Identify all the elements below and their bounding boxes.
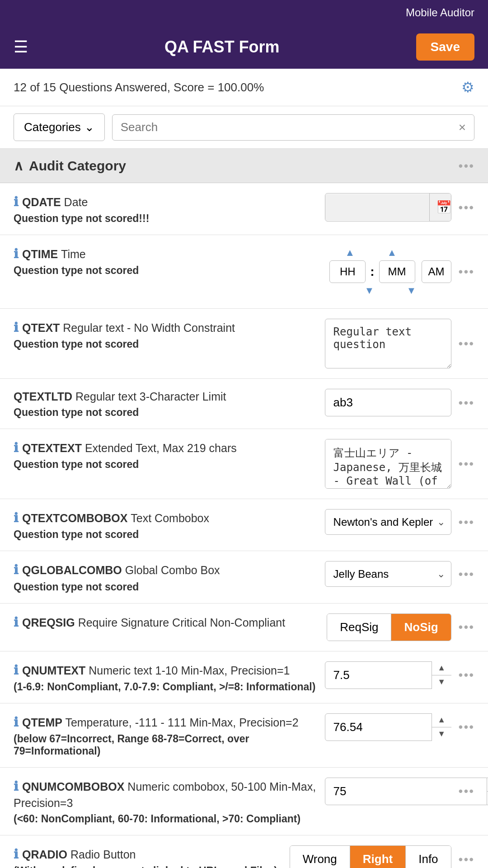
questions-container: ℹQDATE DateQuestion type not scored!!!📅•… [0,183,488,868]
question-sublabel: Question type not scored [14,338,318,350]
info-icon[interactable]: ℹ [14,441,19,455]
info-icon[interactable]: ℹ [14,663,19,677]
question-dots-menu[interactable]: ••• [459,784,474,798]
calendar-icon[interactable]: 📅 [429,193,451,221]
collapse-icon[interactable]: ∧ [14,158,23,174]
number-input-wrapper: ▲▼ [325,661,451,689]
time-hh-input[interactable] [329,260,366,283]
categories-label: Categories [24,120,81,134]
question-sublabel: Question type not scored [14,406,318,419]
time-hh-down[interactable]: ▼ [356,283,382,298]
button-group: ReqSigNoSig [327,613,451,641]
info-icon[interactable]: ℹ [14,563,19,577]
gear-icon[interactable]: ⚙ [461,79,474,96]
hamburger-icon[interactable]: ☰ [14,39,28,55]
button-group-item-wrong[interactable]: Wrong [290,846,350,868]
question-row: ℹQRADIO Radio Button(With predefined com… [0,835,488,868]
date-input-wrapper: 📅 [325,193,451,222]
time-ampm-button[interactable]: AM [422,260,451,283]
time-mm-input[interactable] [379,260,415,283]
question-dots-menu[interactable]: ••• [459,620,474,634]
info-icon[interactable]: ℹ [14,615,19,629]
button-group-item-nosig[interactable]: NoSig [391,614,450,641]
question-right: Newton's and Kepler's LawsOption 2Option… [325,509,474,535]
number-spinners: ▲▼ [432,661,451,689]
question-label: ℹQRADIO Radio Button [14,845,282,863]
question-label: ℹQTIME Time [14,245,322,263]
question-label: ℹQNUMCOMBOBOX Numeric combobox, 50-100 M… [14,778,318,811]
number-spin-up[interactable]: ▲ [432,713,451,727]
time-mm-down[interactable]: ▼ [399,283,425,298]
info-icon[interactable]: ℹ [14,511,19,525]
question-dots-menu[interactable]: ••• [459,457,474,471]
info-icon[interactable]: ℹ [14,247,19,261]
button-group: WrongRightInfo [290,845,451,868]
question-row: ℹQTEXTCOMBOBOX Text ComboboxQuestion typ… [0,499,488,551]
number-spin-down[interactable]: ▼ [432,727,451,741]
number-spin-up[interactable]: ▲ [432,661,451,675]
select-input[interactable]: Newton's and Kepler's LawsOption 2Option… [325,509,451,535]
question-row: ℹQNUMCOMBOBOX Numeric combobox, 50-100 M… [0,768,488,835]
question-right: ReqSigNoSig••• [327,613,474,641]
question-label: QTEXTLTD Regular text 3-Character Limit [14,389,318,405]
question-sublabel: Question type not scored [14,264,322,277]
question-dots-menu[interactable]: ••• [459,567,474,581]
question-dots-menu[interactable]: ••• [459,720,474,734]
info-icon[interactable]: ℹ [14,715,19,729]
question-row: ℹQNUMTEXT Numeric text 1-10 Min-Max, Pre… [0,651,488,703]
question-sublabel: Question type not scored [14,458,318,471]
question-label: ℹQTEXTEXT Extended Text, Max 219 chars [14,439,318,457]
search-clear-button[interactable]: × [459,120,466,135]
question-dots-menu[interactable]: ••• [459,264,474,279]
time-up-row: ▲ ▲ [337,245,444,260]
time-down-row: ▼ ▼ [356,283,424,298]
select-input[interactable]: Jelly BeansOption 2Option 3 [325,561,451,587]
search-input[interactable] [121,120,459,134]
question-label: ℹQTEMP Temperature, -111 - 111 Min-Max, … [14,713,318,731]
question-left: ℹQRADIO Radio Button(With predefined com… [14,845,282,868]
question-sublabel: (With predefined comments linked to URLs… [14,865,282,868]
question-row: ℹQGLOBALCOMBO Global Combo BoxQuestion t… [0,551,488,603]
question-sublabel: (below 67=Incorrect, Range 68-78=Correct… [14,733,318,757]
button-group-item-right[interactable]: Right [350,846,406,868]
question-row: ℹQTEXTEXT Extended Text, Max 219 charsQu… [0,429,488,499]
question-dots-menu[interactable]: ••• [459,515,474,529]
button-group-item-reqsig[interactable]: ReqSig [327,614,391,641]
textarea-input[interactable] [325,439,451,489]
question-row: ℹQTIME TimeQuestion type not scored▲ ▲:A… [0,235,488,309]
category-dots-menu[interactable]: ••• [459,159,474,173]
question-right: ••• [325,439,474,489]
category-title: ∧ Audit Category [14,158,126,174]
save-button[interactable]: Save [416,33,474,61]
question-right: Jelly BeansOption 2Option 3⌄••• [325,561,474,587]
info-icon[interactable]: ℹ [14,321,19,335]
top-bar: Mobile Auditor [0,0,488,25]
number-spinners: ▲▼ [432,713,451,741]
textarea-input[interactable] [325,319,451,368]
numcombo-wrapper: ▲▼⌄ [325,778,451,805]
header: ☰ QA FAST Form Save [0,25,488,69]
time-hh-up[interactable]: ▲ [337,245,363,260]
question-dots-menu[interactable]: ••• [459,852,474,867]
question-label: ℹQNUMTEXT Numeric text 1-10 Min-Max, Pre… [14,661,318,679]
text-input[interactable] [325,389,451,416]
question-right: ▲ ▲:AM▼ ▼••• [329,245,474,298]
question-dots-menu[interactable]: ••• [459,200,474,215]
info-icon[interactable]: ℹ [14,195,19,209]
info-icon[interactable]: ℹ [14,779,19,793]
question-sublabel: Question type not scored [14,581,318,593]
question-sublabel: (<60: NonCompliant, 60-70: Informational… [14,813,318,825]
date-input[interactable] [325,194,429,221]
question-dots-menu[interactable]: ••• [459,668,474,682]
time-mm-up[interactable]: ▲ [379,245,405,260]
button-group-item-info[interactable]: Info [406,846,450,868]
number-spin-down[interactable]: ▼ [432,675,451,689]
question-dots-menu[interactable]: ••• [459,396,474,410]
question-dots-menu[interactable]: ••• [459,336,474,351]
question-left: ℹQTEMP Temperature, -111 - 111 Min-Max, … [14,713,318,757]
categories-button[interactable]: Categories ⌄ [14,113,105,141]
select-wrapper: Jelly BeansOption 2Option 3⌄ [325,561,451,587]
question-left: ℹQTEXTEXT Extended Text, Max 219 charsQu… [14,439,318,471]
info-icon[interactable]: ℹ [14,847,19,861]
question-label: ℹQTEXT Regular text - No Width Constrain… [14,319,318,336]
